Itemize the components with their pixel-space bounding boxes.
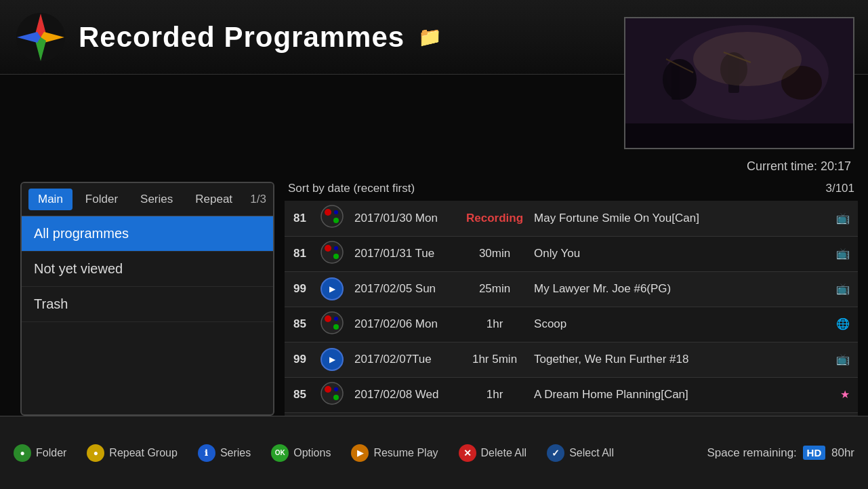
svg-rect-8 xyxy=(671,66,680,100)
channel-number: 85 xyxy=(285,307,315,342)
record-duration: 30min xyxy=(461,236,529,271)
yellow-button[interactable]: ● xyxy=(87,444,104,462)
ctrl-select-all: ✓ Select All xyxy=(547,444,614,462)
tvb-logo-icon xyxy=(321,205,344,228)
hd-badge: HD xyxy=(803,446,826,460)
svg-point-30 xyxy=(333,395,339,400)
record-duration: 1hr 5min xyxy=(461,342,529,377)
nav-not-yet-viewed[interactable]: Not yet viewed xyxy=(22,252,273,287)
tvb-logo-icon xyxy=(321,382,344,405)
record-date: 2017/02/05 Sun xyxy=(349,271,461,307)
svg-point-20 xyxy=(321,241,343,263)
table-row[interactable]: 99 ▶ 2017/02/07Tue 1hr 5min Together, We… xyxy=(285,342,858,377)
info-button[interactable]: ℹ xyxy=(198,444,215,462)
ctrl-resume-play: ▶ Resume Play xyxy=(351,444,438,462)
record-count: 3/101 xyxy=(825,182,854,195)
ok-button[interactable]: OK xyxy=(271,444,289,462)
bottom-controls: ● Folder ● Repeat Group ℹ Series OK Opti… xyxy=(14,444,707,462)
select-all-label: Select All xyxy=(569,447,614,459)
folder-label: Folder xyxy=(36,447,66,459)
table-row[interactable]: 99 ▶ 2017/02/05 Sun 25min My Lawyer Mr. … xyxy=(285,271,858,307)
channel-icon xyxy=(315,377,349,412)
svg-point-22 xyxy=(333,254,339,259)
now-logo-icon: ▶ xyxy=(321,348,344,371)
green-button[interactable]: ● xyxy=(14,444,31,462)
record-date: 2017/01/31 Tue xyxy=(349,236,461,271)
svg-point-31 xyxy=(334,387,338,391)
record-date: 2017/01/30 Mon xyxy=(349,201,461,236)
options-label: Options xyxy=(293,447,331,459)
channel-number: 81 xyxy=(285,236,315,271)
channel-number: 85 xyxy=(285,377,315,412)
ctrl-folder: ● Folder xyxy=(14,444,66,462)
svg-point-25 xyxy=(325,315,331,322)
now-logo-icon: ▶ xyxy=(321,277,344,300)
record-date: 2017/02/06 Mon xyxy=(349,307,461,342)
repeat-group-label: Repeat Group xyxy=(109,447,178,459)
record-badge-globe-icon: 🌐 xyxy=(836,317,850,330)
record-title: Only You 📺 xyxy=(529,236,858,271)
play-button[interactable]: ▶ xyxy=(351,444,369,462)
ctrl-delete-all: ✕ Delete All xyxy=(459,444,527,462)
svg-point-24 xyxy=(321,312,343,334)
channel-icon: ▶ xyxy=(315,342,349,377)
current-time: Current time: 20:17 xyxy=(747,159,851,174)
nav-trash[interactable]: Trash xyxy=(22,287,273,322)
tvb-logo-icon xyxy=(321,311,344,334)
bottom-bar: ● Folder ● Repeat Group ℹ Series OK Opti… xyxy=(0,416,868,489)
sort-label: Sort by date (recent first) xyxy=(288,182,415,195)
svg-point-18 xyxy=(333,218,339,223)
record-title: A Dream Home Planning[Can] ★ xyxy=(529,377,858,412)
sort-header: Sort by date (recent first) 3/101 xyxy=(285,182,858,201)
tab-bar: Main Folder Series Repeat 1/3 xyxy=(22,183,273,216)
channel-icon xyxy=(315,307,349,342)
app-logo xyxy=(14,10,68,64)
svg-point-23 xyxy=(334,246,338,250)
table-row[interactable]: 81 2017/01/30 Mon Recording May Fortune … xyxy=(285,201,858,236)
ctrl-repeat-group: ● Repeat Group xyxy=(87,444,178,462)
channel-number: 99 xyxy=(285,271,315,307)
table-row[interactable]: 81 2017/01/31 Tue 30min Only You 📺 xyxy=(285,236,858,271)
nav-all-programmes[interactable]: All programmes xyxy=(22,216,273,252)
check-button[interactable]: ✓ xyxy=(547,444,564,462)
svg-point-27 xyxy=(334,317,338,321)
ctrl-series: ℹ Series xyxy=(198,444,251,462)
table-row[interactable]: 85 2017/02/08 Wed 1hr A Dream Home Plann… xyxy=(285,377,858,412)
tab-series[interactable]: Series xyxy=(131,189,182,210)
record-duration: Recording xyxy=(461,201,529,236)
record-badge-icon: 📺 xyxy=(836,353,850,366)
record-badge-icon: 📺 xyxy=(836,282,850,295)
cross-button[interactable]: ✕ xyxy=(459,444,476,462)
record-title: May Fortune Smile On You[Can] 📺 xyxy=(529,201,858,236)
page-title: Recorded Programmes xyxy=(79,21,405,54)
record-badge-star-icon: ★ xyxy=(840,388,850,401)
tvb-logo-icon xyxy=(321,241,344,264)
recordings-table: 81 2017/01/30 Mon Recording May Fortune … xyxy=(285,201,858,448)
svg-rect-15 xyxy=(625,123,854,149)
tab-count: 1/3 xyxy=(250,193,266,206)
channel-icon xyxy=(315,201,349,236)
record-duration: 1hr xyxy=(461,307,529,342)
table-row[interactable]: 85 2017/02/06 Mon 1hr Scoop 🌐 xyxy=(285,307,858,342)
svg-point-21 xyxy=(325,245,331,252)
record-badge-icon: 📺 xyxy=(836,212,850,224)
channel-number: 99 xyxy=(285,342,315,377)
svg-point-14 xyxy=(693,32,802,86)
space-remaining-value: 80hr xyxy=(831,446,854,459)
resume-play-label: Resume Play xyxy=(373,447,438,459)
space-remaining: Space remaining: HD 80hr xyxy=(707,446,854,460)
record-date: 2017/02/07Tue xyxy=(349,342,461,377)
series-label: Series xyxy=(220,447,251,459)
svg-point-19 xyxy=(334,210,338,214)
tab-folder[interactable]: Folder xyxy=(76,189,127,210)
tab-repeat[interactable]: Repeat xyxy=(186,189,242,210)
delete-all-label: Delete All xyxy=(481,447,527,459)
record-title: My Lawyer Mr. Joe #6(PG) 📺 xyxy=(529,271,858,307)
svg-point-17 xyxy=(325,209,331,216)
record-title: Together, We Run Further #18 📺 xyxy=(529,342,858,377)
tab-main[interactable]: Main xyxy=(28,189,73,210)
ctrl-options: OK Options xyxy=(271,444,331,462)
folder-icon: 📁 xyxy=(418,26,442,48)
svg-point-16 xyxy=(321,206,343,227)
channel-number: 81 xyxy=(285,201,315,236)
